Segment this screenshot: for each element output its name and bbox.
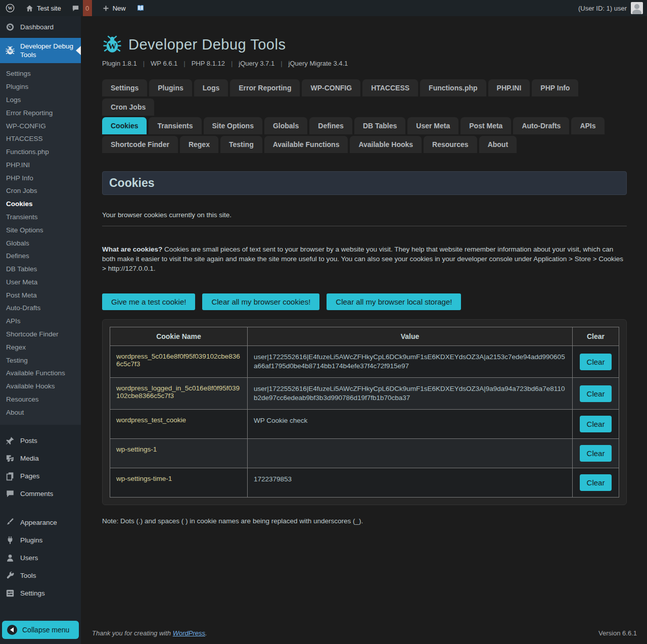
tab-button[interactable]: Available Functions bbox=[264, 136, 348, 153]
wordpress-link[interactable]: WordPress bbox=[173, 629, 205, 637]
tab-button[interactable]: Logs bbox=[194, 79, 228, 96]
tab-button[interactable]: Defines bbox=[309, 117, 352, 134]
user-account-label[interactable]: (User ID: 1) user bbox=[578, 5, 627, 12]
new-content-menu[interactable]: New bbox=[97, 0, 131, 16]
tab-button[interactable]: Site Options bbox=[204, 117, 262, 134]
home-icon bbox=[25, 4, 34, 13]
tab-button[interactable]: Resources bbox=[424, 136, 477, 153]
tab-button[interactable]: Plugins bbox=[149, 79, 192, 96]
sidebar-submenu-item[interactable]: Available Hooks bbox=[0, 380, 81, 393]
sidebar-submenu-item[interactable]: About bbox=[0, 406, 81, 419]
sidebar-item-pages[interactable]: Pages bbox=[0, 467, 81, 485]
tab-button[interactable]: Auto-Drafts bbox=[513, 117, 569, 134]
sidebar-submenu-item[interactable]: WP-CONFIG bbox=[0, 119, 81, 132]
tab-button[interactable]: WP-CONFIG bbox=[302, 79, 360, 96]
sidebar-submenu-item[interactable]: PHP.INI bbox=[0, 158, 81, 171]
tab-button[interactable]: Cookies bbox=[102, 117, 147, 134]
collapse-menu-button[interactable]: Collapse menu bbox=[2, 621, 79, 639]
sidebar-submenu-item[interactable]: Auto-Drafts bbox=[0, 302, 81, 315]
sidebar-item-appearance[interactable]: Appearance bbox=[0, 514, 81, 531]
tab-button[interactable]: Available Hooks bbox=[350, 136, 422, 153]
sidebar-submenu-item[interactable]: Regex bbox=[0, 340, 81, 354]
clear-browser-cookies-button[interactable]: Clear all my browser cookies! bbox=[202, 293, 319, 310]
tab-button[interactable]: Functions.php bbox=[420, 79, 486, 96]
sidebar-submenu-item[interactable]: Defines bbox=[0, 250, 81, 263]
tab-button[interactable]: Shortcode Finder bbox=[102, 136, 178, 153]
sidebar-submenu-item[interactable]: Testing bbox=[0, 354, 81, 367]
svg-text:W: W bbox=[8, 6, 13, 11]
cookie-name-cell: wp-settings-1 bbox=[110, 439, 248, 468]
sidebar-submenu-item[interactable]: User Meta bbox=[0, 276, 81, 289]
sidebar-submenu-item[interactable]: Cron Jobs bbox=[0, 184, 81, 197]
tab-button[interactable]: Regex bbox=[180, 136, 218, 153]
tab-bar: SettingsPluginsLogsError ReportingWP-CON… bbox=[102, 79, 627, 153]
tab-button[interactable]: Cron Jobs bbox=[102, 98, 154, 116]
tab-button[interactable]: Post Meta bbox=[460, 117, 511, 134]
sidebar-submenu-item[interactable]: Transients bbox=[0, 211, 81, 224]
sidebar-item-settings[interactable]: Settings bbox=[0, 584, 81, 602]
sidebar-submenu-item[interactable]: Resources bbox=[0, 393, 81, 406]
sidebar-submenu-item[interactable]: Plugins bbox=[0, 80, 81, 93]
sidebar-submenu-item[interactable]: PHP Info bbox=[0, 171, 81, 184]
sidebar-submenu-item[interactable]: Logs bbox=[0, 93, 81, 107]
sidebar-item-tools[interactable]: Tools bbox=[0, 567, 81, 584]
sidebar-item-comments[interactable]: Comments bbox=[0, 485, 81, 503]
site-name-menu[interactable]: Test site bbox=[20, 0, 66, 16]
tab-button[interactable]: Settings bbox=[102, 79, 147, 96]
sidebar-submenu-item[interactable]: DB Tables bbox=[0, 263, 81, 276]
site-name-label: Test site bbox=[37, 5, 61, 12]
tab-button[interactable]: About bbox=[479, 136, 517, 153]
sidebar-submenu-item[interactable]: Cookies bbox=[0, 197, 81, 211]
sidebar-submenu-item[interactable]: Available Functions bbox=[0, 367, 81, 380]
tab-button[interactable]: DB Tables bbox=[354, 117, 405, 134]
cookie-name-cell: wordpress_test_cookie bbox=[110, 410, 248, 439]
sidebar-item-developer-debug-tools[interactable]: W Developer Debug Tools bbox=[0, 38, 81, 63]
section-heading: Cookies bbox=[102, 171, 627, 195]
sidebar-submenu-item[interactable]: Functions.php bbox=[0, 145, 81, 159]
sidebar-item-posts[interactable]: Posts bbox=[0, 432, 81, 450]
sidebar-item-users[interactable]: Users bbox=[0, 549, 81, 567]
clear-cookie-button[interactable]: Clear bbox=[580, 474, 612, 491]
cookies-description-body: Cookies are small pieces of text sent to… bbox=[102, 245, 623, 272]
main-content: W Developer Debug Tools Plugin 1.8.1 WP … bbox=[81, 16, 647, 644]
cookie-row: wp-settings-1 Clear bbox=[110, 439, 619, 468]
sidebar-item-media[interactable]: Media bbox=[0, 450, 81, 467]
column-header-clear: Clear bbox=[573, 327, 619, 346]
sidebar-submenu-item[interactable]: Globals bbox=[0, 236, 81, 250]
comments-menu[interactable] bbox=[66, 0, 83, 16]
tab-button[interactable]: Globals bbox=[264, 117, 307, 134]
sidebar-submenu-item[interactable]: Settings bbox=[0, 67, 81, 80]
sidebar-submenu-item[interactable]: Error Reporting bbox=[0, 106, 81, 119]
version-meta-item: jQuery Migrate 3.4.1 bbox=[274, 60, 348, 67]
sidebar-item-label: Media bbox=[20, 454, 39, 463]
sidebar-item-label: Dashboard bbox=[20, 23, 54, 31]
tab-button[interactable]: Transients bbox=[149, 117, 201, 134]
sidebar-item-plugins[interactable]: Plugins bbox=[0, 531, 81, 549]
tab-button[interactable]: Error Reporting bbox=[230, 79, 300, 96]
sidebar-item-label: Tools bbox=[20, 571, 36, 580]
sidebar-submenu-item[interactable]: HTACCESS bbox=[0, 132, 81, 145]
new-label: New bbox=[113, 5, 126, 12]
test-cookie-button[interactable]: Give me a test cookie! bbox=[102, 293, 195, 310]
clear-cookie-button[interactable]: Clear bbox=[580, 416, 612, 432]
sidebar-submenu-item[interactable]: APIs bbox=[0, 315, 81, 328]
tab-button[interactable]: APIs bbox=[571, 117, 604, 134]
wordpress-logo-menu[interactable]: W bbox=[0, 0, 20, 16]
pending-comments-badge[interactable]: 0 bbox=[83, 0, 92, 16]
tab-button[interactable]: User Meta bbox=[407, 117, 458, 134]
tab-button[interactable]: Testing bbox=[220, 136, 262, 153]
cookie-value-cell bbox=[248, 439, 573, 468]
tab-button[interactable]: PHP.INI bbox=[488, 79, 530, 96]
clear-cookie-button[interactable]: Clear bbox=[580, 445, 612, 462]
sidebar-submenu-item[interactable]: Shortcode Finder bbox=[0, 328, 81, 341]
sidebar-submenu-item[interactable]: Site Options bbox=[0, 223, 81, 236]
tab-button[interactable]: PHP Info bbox=[532, 79, 578, 96]
clear-cookie-button[interactable]: Clear bbox=[580, 354, 612, 370]
clear-cookie-button[interactable]: Clear bbox=[580, 385, 612, 402]
sidebar-item-dashboard[interactable]: Dashboard bbox=[0, 16, 81, 38]
avatar[interactable] bbox=[631, 2, 643, 14]
docs-menu[interactable] bbox=[131, 0, 150, 16]
clear-local-storage-button[interactable]: Clear all my browser local storage! bbox=[327, 293, 461, 310]
tab-button[interactable]: HTACCESS bbox=[362, 79, 418, 96]
sidebar-submenu-item[interactable]: Post Meta bbox=[0, 288, 81, 302]
